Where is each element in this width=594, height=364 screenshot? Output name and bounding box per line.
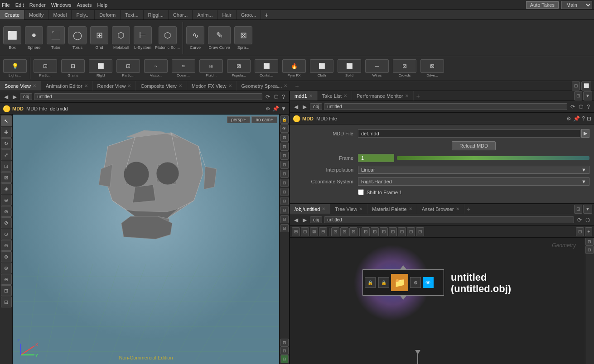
nav-prev-left[interactable]: ◀ bbox=[3, 94, 10, 100]
right-panel-collapse[interactable]: ▼ bbox=[583, 91, 592, 101]
wire-tool-grains[interactable]: ⊡ Grains bbox=[60, 58, 86, 78]
vt-tool14[interactable]: ⊜ bbox=[1, 263, 12, 273]
tab-poly[interactable]: Poly... bbox=[72, 10, 95, 19]
vt-tool5[interactable]: ⊡ bbox=[1, 161, 12, 172]
node-top-connector-untitled[interactable] bbox=[400, 265, 407, 270]
nav-prev-right[interactable]: ◀ bbox=[293, 104, 299, 110]
add-right-tab[interactable]: + bbox=[414, 92, 423, 100]
right-icon-3[interactable]: ? bbox=[585, 104, 591, 110]
vt-tool17[interactable]: ⊟ bbox=[1, 297, 12, 307]
nav-next-br[interactable]: ▶ bbox=[301, 217, 308, 223]
br-tab-asset[interactable]: Asset Browser ✕ bbox=[417, 204, 464, 214]
view-tab-scene[interactable]: Scene View ✕ bbox=[0, 81, 41, 91]
add-br-tab[interactable]: + bbox=[464, 206, 473, 213]
vt-scale[interactable]: ⤢ bbox=[1, 149, 12, 160]
rs-bottom1[interactable]: ⊡ bbox=[280, 339, 289, 347]
close-br-tree-tab[interactable]: ✕ bbox=[359, 206, 362, 211]
rs-bottom3[interactable]: ⊡ bbox=[280, 355, 289, 363]
rs-btn3[interactable]: ⊡ bbox=[280, 134, 289, 142]
tab-modify[interactable]: Modify bbox=[24, 10, 48, 19]
wire-tool-contai[interactable]: ⬜ Contai... bbox=[253, 58, 280, 78]
mdd-pin-icon[interactable]: 📌 bbox=[272, 105, 279, 112]
vt-tool15[interactable]: ⊝ bbox=[1, 274, 12, 285]
rs-btn8[interactable]: ⊡ bbox=[280, 179, 289, 187]
mdd-settings-icon-right[interactable]: ⚙ bbox=[566, 115, 571, 122]
view-maximize-btn[interactable]: ⬜ bbox=[581, 81, 591, 91]
mdd-more-icon-right[interactable]: ⊡ bbox=[587, 115, 591, 122]
rs-btn5[interactable]: ⊡ bbox=[280, 152, 289, 160]
br-tb-btn14[interactable]: ⊡ bbox=[416, 227, 424, 236]
view-tab-animation[interactable]: Animation Editor ✕ bbox=[41, 81, 93, 91]
wire-tool-partic2[interactable]: ⊡ Partic... bbox=[115, 58, 141, 78]
tab-create[interactable]: Create bbox=[0, 10, 24, 19]
viewport-persp-btn[interactable]: perspl+ bbox=[227, 116, 250, 123]
wire-tool-visco[interactable]: ~ Visco... bbox=[143, 58, 169, 78]
tool-metaball[interactable]: ⬡ Metaball bbox=[111, 25, 131, 51]
main-dropdown[interactable]: Main bbox=[561, 1, 592, 9]
vt-tool12[interactable]: ⊚ bbox=[1, 240, 12, 251]
menu-windows[interactable]: Windows bbox=[51, 2, 72, 8]
nav-next-right[interactable]: ▶ bbox=[301, 104, 308, 110]
menu-assets[interactable]: Assets bbox=[77, 2, 92, 8]
close-motionfx-tab[interactable]: ✕ bbox=[228, 83, 232, 88]
tool-draw-curve[interactable]: ✎ Draw Curve bbox=[207, 25, 232, 51]
panel-icon-1[interactable]: ⟳ bbox=[264, 94, 271, 100]
add-view-tab[interactable]: + bbox=[292, 82, 301, 90]
rs-btn13[interactable]: ⊡ bbox=[280, 224, 289, 232]
br-tab-material[interactable]: Material Palette ✕ bbox=[367, 204, 417, 214]
mdd-shift-checkbox[interactable] bbox=[358, 189, 364, 195]
node-lock2-btn[interactable]: 🔒 bbox=[378, 277, 389, 288]
mdd-frame-input[interactable] bbox=[358, 154, 394, 162]
rs-btn9[interactable]: ⊡ bbox=[280, 188, 289, 196]
wire-tool-lights[interactable]: 💡 Lights... bbox=[2, 58, 28, 78]
tab-text[interactable]: Text... bbox=[121, 10, 143, 19]
br-rs-btn1[interactable]: ⊡ bbox=[585, 238, 594, 246]
panel-icon-3[interactable]: ? bbox=[280, 94, 286, 100]
vt-tool6[interactable]: ⊠ bbox=[1, 172, 12, 183]
wire-tool-partic[interactable]: ⊡ Partic... bbox=[32, 58, 58, 78]
tool-torus[interactable]: ◯ Torus bbox=[67, 25, 88, 51]
node-lock-btn[interactable]: 🔒 bbox=[365, 277, 376, 288]
vt-tool13[interactable]: ⊛ bbox=[1, 251, 12, 262]
mdd-interpolation-select[interactable]: Linear ▼ bbox=[358, 166, 589, 174]
right-tab-perf-monitor[interactable]: Performance Monitor ✕ bbox=[352, 91, 414, 101]
close-render-tab[interactable]: ✕ bbox=[127, 83, 131, 88]
wire-tool-rigid[interactable]: ⬜ Rigid bbox=[87, 58, 114, 78]
tool-tube[interactable]: ⬛ Tube bbox=[45, 25, 66, 51]
mdd-coord-select[interactable]: Right-Handed ▼ bbox=[358, 177, 589, 186]
tab-deform[interactable]: Deform bbox=[95, 10, 121, 19]
close-mdd1-tab[interactable]: ✕ bbox=[309, 93, 313, 98]
scene-name-right[interactable] bbox=[324, 103, 567, 110]
br-tb-btn9[interactable]: ⊡ bbox=[371, 227, 379, 236]
br-panel-collapse[interactable]: ▼ bbox=[583, 205, 592, 214]
close-br-material-tab[interactable]: ✕ bbox=[409, 206, 412, 211]
wire-tool-pyrofx[interactable]: 🔥 Pyro FX bbox=[281, 58, 307, 78]
rs-btn7[interactable]: ⊡ bbox=[280, 170, 289, 178]
wire-tool-fluid[interactable]: ≋ Fluid... bbox=[198, 58, 224, 78]
br-tb-btn13[interactable]: ⊡ bbox=[407, 227, 415, 236]
vt-tool8[interactable]: ⊕ bbox=[1, 195, 12, 206]
close-geosprea-tab[interactable]: ✕ bbox=[284, 83, 287, 88]
br-tb-btn10[interactable]: ⊡ bbox=[380, 227, 388, 236]
scene-name-br[interactable] bbox=[324, 216, 574, 223]
nav-prev-br[interactable]: ◀ bbox=[293, 217, 299, 223]
node-eye-btn[interactable]: 👁 bbox=[423, 277, 434, 288]
scene-name-left[interactable] bbox=[34, 93, 262, 100]
auto-takes-button[interactable]: Auto Takes bbox=[526, 1, 559, 9]
tool-platonic[interactable]: ⬡ Platonic Sol... bbox=[154, 25, 181, 51]
tab-riggi[interactable]: Riggi... bbox=[144, 10, 169, 19]
tool-curve[interactable]: ∿ Curve bbox=[185, 25, 206, 51]
br-rs-btn2[interactable]: ⊡ bbox=[585, 246, 594, 254]
br-tb-btn11[interactable]: ⊡ bbox=[389, 227, 397, 236]
br-icon-1[interactable]: ⟳ bbox=[576, 217, 583, 223]
view-tab-motionfx[interactable]: Motion FX View ✕ bbox=[187, 81, 237, 91]
rs-lock[interactable]: 🔒 bbox=[280, 115, 289, 124]
wire-tool-crowds[interactable]: ⊠ Crowds bbox=[391, 58, 418, 78]
mdd-settings-icon[interactable]: ⚙ bbox=[266, 105, 270, 112]
rs-btn6[interactable]: ⊡ bbox=[280, 161, 289, 169]
rs-btn11[interactable]: ⊡ bbox=[280, 206, 289, 214]
mdd-file-input[interactable] bbox=[358, 129, 580, 138]
vt-tool7[interactable]: ◈ bbox=[1, 183, 12, 194]
right-tab-take-list[interactable]: Take List ✕ bbox=[318, 91, 352, 101]
close-br-obj-tab[interactable]: ✕ bbox=[322, 206, 325, 211]
